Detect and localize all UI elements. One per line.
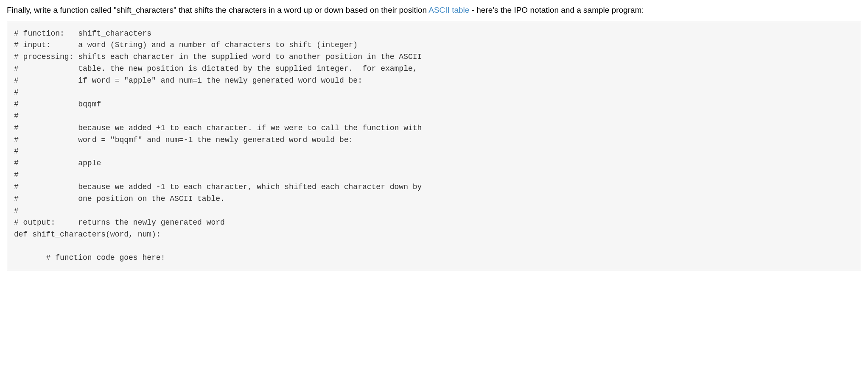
intro-paragraph: Finally, write a function called "shift_… bbox=[7, 4, 861, 17]
intro-after-link: - here's the IPO notation and a sample p… bbox=[469, 6, 644, 14]
ascii-table-link[interactable]: ASCII table bbox=[428, 6, 469, 14]
intro-before-link: Finally, write a function called "shift_… bbox=[7, 6, 428, 14]
code-sample: # function: shift_characters # input: a … bbox=[7, 22, 861, 271]
